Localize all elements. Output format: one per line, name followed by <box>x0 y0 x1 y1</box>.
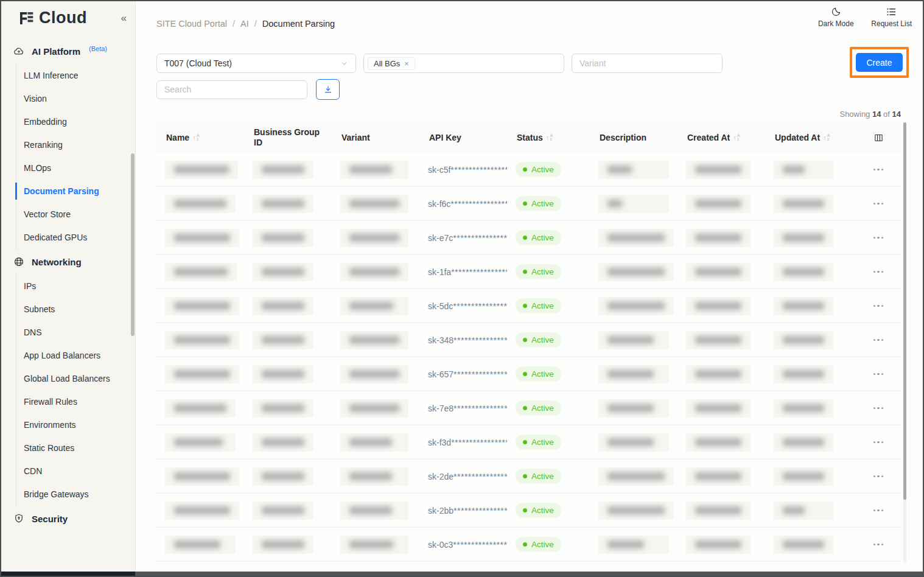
row-actions-button[interactable] <box>872 506 885 516</box>
sidebar-item-app-load-balancers[interactable]: App Load Balancers <box>16 344 135 367</box>
sidebar-item-vector-store[interactable]: Vector Store <box>16 203 135 226</box>
table-row[interactable]: sk-f6c****************Active <box>156 187 900 221</box>
table-row[interactable]: sk-7e8****************Active <box>156 391 900 425</box>
sidebar-item-static-routes[interactable]: Static Routes <box>16 436 135 460</box>
variant-input[interactable] <box>572 54 723 73</box>
sidebar-item-mlops[interactable]: MLOps <box>16 156 135 180</box>
column-header-name[interactable]: Name↑Az <box>156 122 244 153</box>
row-actions-button[interactable] <box>872 233 885 243</box>
breadcrumb-ai[interactable]: AI <box>240 19 249 29</box>
search-input[interactable] <box>156 80 307 99</box>
redacted-smudge <box>173 302 231 310</box>
column-settings-icon[interactable] <box>873 133 884 143</box>
sidebar-item-firewall-rules[interactable]: Firewall Rules <box>16 390 135 413</box>
cell-status: Active <box>507 357 590 391</box>
cell-status: Active <box>507 289 590 323</box>
column-label: Created At <box>687 133 730 143</box>
sidebar-item-environments[interactable]: Environments <box>16 413 135 436</box>
create-button[interactable]: Create <box>856 53 903 72</box>
redacted-smudge <box>695 506 742 514</box>
sort-icon[interactable]: ↑Az <box>546 134 553 142</box>
row-actions-button[interactable] <box>872 199 885 209</box>
sidebar-collapse-button[interactable]: « <box>117 11 130 26</box>
cell-actions <box>856 187 900 220</box>
table-row[interactable]: sk-2bb****************Active <box>156 494 900 528</box>
row-actions-button[interactable] <box>872 165 885 175</box>
request-list-button[interactable]: Request List <box>871 6 912 35</box>
table-row[interactable]: sk-c5f****************Active <box>156 153 900 187</box>
table-row[interactable]: sk-2de****************Active <box>156 460 900 494</box>
sidebar-item-subnets[interactable]: Subnets <box>16 298 135 321</box>
row-actions-button[interactable] <box>872 438 885 447</box>
row-actions-button[interactable] <box>872 301 885 311</box>
row-actions-button[interactable] <box>872 335 885 345</box>
table-scrollbar-thumb[interactable] <box>903 122 906 500</box>
redacted-description <box>598 331 669 349</box>
breadcrumb-site-cloud-portal[interactable]: SITE Cloud Portal <box>156 19 227 29</box>
column-label: Updated At <box>775 133 820 143</box>
column-header-status[interactable]: Status↑Az <box>507 122 590 153</box>
sidebar-section-networking[interactable]: Networking <box>1 250 135 273</box>
sidebar-section-ai-platform[interactable]: AI Platform(Beta) <box>1 40 135 63</box>
status-badge: Active <box>516 366 561 382</box>
sidebar-item-reranking[interactable]: Reranking <box>16 133 135 156</box>
api-key-value: sk-1fa**************** <box>428 267 507 277</box>
sort-icon[interactable]: ↑Az <box>192 134 200 142</box>
sidebar-item-dns[interactable]: DNS <box>16 321 135 344</box>
row-actions-button[interactable] <box>872 404 885 413</box>
status-badge: Active <box>516 264 561 279</box>
row-actions-button[interactable] <box>872 369 885 379</box>
table-row[interactable]: sk-348****************Active <box>156 323 900 357</box>
table-row[interactable]: sk-e7c****************Active <box>156 221 900 255</box>
project-select[interactable]: T007 (Cloud Test) <box>156 54 356 73</box>
column-header-updated-at[interactable]: Updated At↑Az <box>765 122 856 153</box>
row-actions-button[interactable] <box>872 267 885 277</box>
api-key-mask: **************** <box>453 506 507 516</box>
redacted-smudge <box>782 268 825 276</box>
redacted-smudge <box>782 166 805 173</box>
sidebar-item-bridge-gateways[interactable]: Bridge Gateways <box>16 483 135 506</box>
redacted-smudge <box>607 540 645 548</box>
row-actions-button[interactable] <box>872 472 885 481</box>
table-row[interactable]: sk-1fa****************Active <box>156 255 900 289</box>
redacted-variant <box>340 229 408 247</box>
status-badge: Active <box>516 162 561 177</box>
table-row[interactable]: sk-5dc****************Active <box>156 289 900 323</box>
redacted-smudge <box>261 404 305 412</box>
row-actions-button[interactable] <box>872 540 885 550</box>
sidebar-section-security[interactable]: Security <box>1 507 135 530</box>
window-bottom-edge <box>1 572 923 576</box>
column-header-created-at[interactable]: Created At↑Az <box>677 122 765 153</box>
cell-description <box>590 357 677 391</box>
export-button[interactable] <box>316 79 340 100</box>
cell-variant <box>332 323 419 357</box>
table-row[interactable]: sk-f3d****************Active <box>156 425 900 460</box>
sidebar-item-ips[interactable]: IPs <box>16 275 135 298</box>
sidebar-item-vision[interactable]: Vision <box>16 87 135 110</box>
redacted-smudge <box>607 234 665 242</box>
column-settings-header[interactable] <box>856 122 900 153</box>
cell-actions <box>856 357 900 391</box>
sort-icon[interactable]: ↑Az <box>823 134 830 142</box>
table-scrollbar[interactable] <box>903 122 906 563</box>
sidebar-item-global-load-balancers[interactable]: Global Load Balancers <box>16 367 135 390</box>
tag-close-icon[interactable]: × <box>404 60 409 68</box>
sidebar-item-cdn[interactable]: CDN <box>16 460 135 483</box>
sidebar-item-document-parsing[interactable]: Document Parsing <box>16 180 135 203</box>
redacted-smudge <box>261 234 305 242</box>
sidebar-item-embedding[interactable]: Embedding <box>16 110 135 133</box>
table-row[interactable]: sk-657****************Active <box>156 357 900 391</box>
sort-icon[interactable]: ↑Az <box>733 134 740 142</box>
api-key-mask: **************** <box>453 301 507 311</box>
logo: Cloud <box>17 9 87 27</box>
redacted-created-at <box>686 297 751 315</box>
table-row[interactable]: sk-0c3****************Active <box>156 528 900 562</box>
business-group-filter[interactable]: All BGs × <box>363 54 564 73</box>
dark-mode-button[interactable]: Dark Mode <box>817 6 854 35</box>
sidebar-scrollbar-thumb[interactable] <box>131 153 135 336</box>
sidebar-item-dedicated-gpus[interactable]: Dedicated GPUs <box>16 226 135 249</box>
download-icon <box>323 85 333 94</box>
sidebar-item-llm-inference[interactable]: LLM Inference <box>16 64 135 87</box>
api-key-prefix: sk-5dc <box>428 301 453 311</box>
sidebar-nav: AI Platform(Beta)LLM InferenceVisionEmbe… <box>1 31 135 530</box>
